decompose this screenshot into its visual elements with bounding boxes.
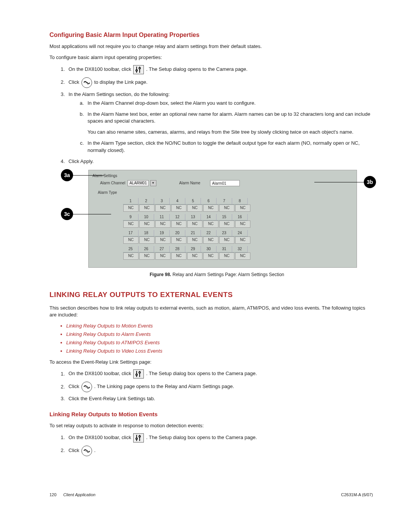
- alarm-type-toggle[interactable]: NC: [203, 220, 218, 228]
- alarm-type-toggle[interactable]: NC: [235, 204, 250, 212]
- alarm-type-toggle[interactable]: NC: [187, 204, 202, 212]
- link-item[interactable]: Linking Relay Outputs to Alarm Events: [66, 331, 373, 338]
- caption-text: Relay and Alarm Settings Page: Alarm Set…: [171, 272, 284, 277]
- procedure-list: On the DX8100 toolbar, click . The Setup…: [49, 65, 373, 165]
- callout-3c: 3c: [61, 208, 73, 220]
- alarm-number: 1: [123, 198, 139, 205]
- alarm-type-toggle[interactable]: NC: [171, 204, 186, 212]
- alarm-type-toggle[interactable]: NC: [187, 252, 202, 260]
- alarm-type-toggle[interactable]: NC: [219, 252, 234, 260]
- alarm-type-toggle[interactable]: NC: [123, 220, 139, 228]
- text: On the DX8100 toolbar, click: [68, 435, 132, 440]
- alarm-number: 12: [170, 214, 185, 221]
- alarm-channel-label: Alarm Channel: [100, 181, 125, 186]
- alarm-number: 15: [217, 214, 232, 221]
- alarm-type-toggle[interactable]: NC: [187, 236, 202, 244]
- link-item[interactable]: Linking Relay Outputs to ATM/POS Events: [66, 339, 373, 347]
- link-item[interactable]: Linking Relay Outputs to Motion Events: [66, 323, 373, 330]
- list-item: In the Alarm Settings section, do the fo…: [66, 91, 373, 154]
- alarm-number: 3: [154, 198, 170, 205]
- alarm-number: 31: [217, 246, 232, 253]
- link-bullet-list: Linking Relay Outputs to Motion Events L…: [49, 323, 373, 355]
- callout-line: [314, 182, 364, 183]
- paragraph: This section describes how to link relay…: [49, 305, 373, 319]
- alarm-type-toggle[interactable]: NC: [219, 204, 234, 212]
- alarm-type-toggle[interactable]: NC: [235, 236, 250, 244]
- list-item: On the DX8100 toolbar, click . The Setup…: [66, 369, 373, 379]
- alarm-number: 28: [170, 246, 185, 253]
- text: In the Alarm Name text box, enter an opt…: [88, 111, 370, 124]
- text: Click: [68, 447, 81, 453]
- alarm-number: 11: [154, 214, 170, 221]
- list-item: Click the Event-Relay Link Settings tab.: [66, 395, 373, 403]
- alarm-type-toggle[interactable]: NC: [203, 236, 218, 244]
- list-item: Click .: [66, 446, 373, 456]
- text: On the DX8100 toolbar, click: [68, 371, 132, 377]
- list-item: On the DX8100 toolbar, click . The Setup…: [66, 433, 373, 443]
- alarm-number: 9: [123, 214, 139, 221]
- alarm-name-input[interactable]: Alarm01: [210, 180, 240, 186]
- alarm-type-toggle[interactable]: NC: [155, 220, 170, 228]
- figure-caption: Figure 98. Relay and Alarm Settings Page…: [61, 272, 373, 278]
- alarm-number: 25: [123, 246, 139, 253]
- chevron-down-icon[interactable]: ▾: [150, 180, 156, 186]
- list-item: Click Apply.: [66, 158, 373, 165]
- alarm-settings-panel: Alarm Settings Alarm Channel ALARM01 ▾ A…: [88, 170, 357, 268]
- alarm-type-toggle[interactable]: NC: [123, 204, 139, 212]
- alarm-type-toggle[interactable]: NC: [171, 220, 186, 228]
- alarm-type-toggle[interactable]: NC: [155, 252, 170, 260]
- text: . The Setup dialog opens to the Camera p…: [146, 66, 247, 72]
- alarm-type-toggle[interactable]: NC: [123, 252, 139, 260]
- header-row: Alarm Channel ALARM01 ▾ Alarm Name Alarm…: [100, 180, 353, 186]
- alarm-type-toggle[interactable]: NC: [171, 252, 186, 260]
- alarm-type-toggle[interactable]: NC: [155, 204, 170, 212]
- fieldset-label: Alarm Settings: [92, 173, 353, 179]
- text: . The Setup dialog box opens to the Came…: [146, 371, 257, 377]
- list-item: Click to display the Link page.: [66, 77, 373, 88]
- link-item[interactable]: Linking Relay Outputs to Video Loss Even…: [66, 348, 373, 355]
- alarm-number: 5: [185, 198, 201, 205]
- section-heading-linking: LINKING RELAY OUTPUTS TO EXTERNAL EVENTS: [49, 289, 373, 300]
- alarm-type-toggle[interactable]: NC: [235, 252, 250, 260]
- text: On the DX8100 toolbar, click: [68, 66, 132, 72]
- alarm-type-toggle[interactable]: NC: [203, 204, 218, 212]
- alarm-type-toggle[interactable]: NC: [155, 236, 170, 244]
- doc-title: Client Application: [63, 492, 96, 498]
- alarm-number: 24: [232, 230, 248, 237]
- setup-tools-icon: [133, 65, 144, 74]
- list-item: In the Alarm Type section, click the NO/…: [85, 140, 373, 154]
- list-item: In the Alarm Channel drop-down box, sele…: [85, 100, 373, 107]
- alarm-type-toggle[interactable]: NC: [139, 236, 155, 244]
- alarm-type-toggle[interactable]: NC: [235, 220, 250, 228]
- alarm-number: 22: [201, 230, 217, 237]
- doc-code: C2631M-A (6/07): [341, 492, 373, 498]
- list-item: Click . The Linking page opens to the Re…: [66, 382, 373, 392]
- section-heading-configuring: Configuring Basic Alarm Input Operating …: [49, 30, 373, 39]
- text: In the Alarm Settings section, do the fo…: [68, 91, 170, 97]
- alarm-number: 27: [154, 246, 170, 253]
- paragraph: Most applications will not require you t…: [49, 43, 373, 50]
- link-icon: [81, 382, 92, 392]
- callout-3b: 3b: [364, 176, 376, 188]
- alarm-type-toggle[interactable]: NC: [139, 252, 155, 260]
- setup-tools-icon: [133, 369, 144, 379]
- alarm-type-toggle[interactable]: NC: [139, 220, 155, 228]
- alarm-type-toggle[interactable]: NC: [139, 204, 155, 212]
- callout-line: [73, 214, 111, 215]
- alarm-number: 29: [185, 246, 201, 253]
- alarm-type-toggle[interactable]: NC: [203, 252, 218, 260]
- sub-list: In the Alarm Channel drop-down box, sele…: [68, 100, 373, 154]
- alarm-type-toggle[interactable]: NC: [187, 220, 202, 228]
- alarm-type-grid: 12345678NCNCNCNCNCNCNCNC910111213141516N…: [123, 198, 353, 260]
- alarm-number: 20: [170, 230, 185, 237]
- alarm-channel-dropdown[interactable]: ALARM01: [127, 180, 149, 186]
- alarm-type-toggle[interactable]: NC: [219, 220, 234, 228]
- caption-bold: Figure 98.: [150, 272, 171, 277]
- alarm-type-toggle[interactable]: NC: [123, 236, 139, 244]
- alarm-type-toggle[interactable]: NC: [171, 236, 186, 244]
- alarm-name-label: Alarm Name: [179, 181, 201, 186]
- alarm-number: 18: [139, 230, 154, 237]
- callout-line: [73, 175, 104, 176]
- alarm-type-toggle[interactable]: NC: [219, 236, 234, 244]
- alarm-number: 13: [185, 214, 201, 221]
